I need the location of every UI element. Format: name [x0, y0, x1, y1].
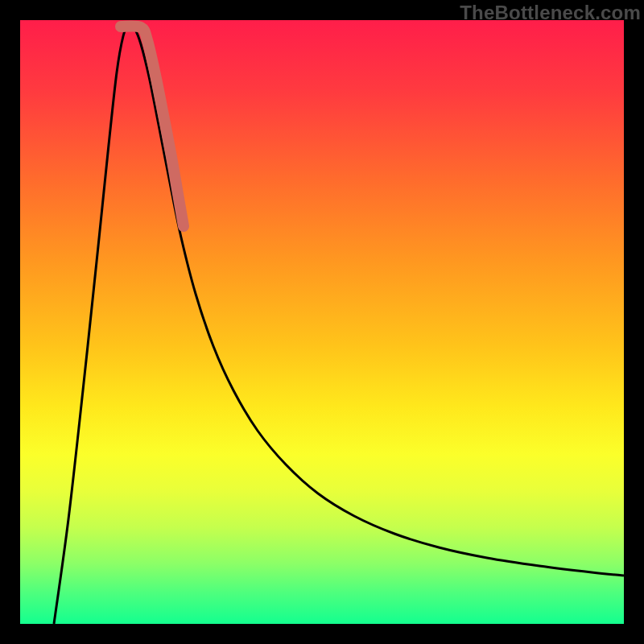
chart-overlay: [20, 20, 624, 624]
highlight-segment: [121, 26, 184, 226]
watermark-text: TheBottleneck.com: [460, 2, 641, 24]
bottleneck-curve: [54, 23, 624, 624]
